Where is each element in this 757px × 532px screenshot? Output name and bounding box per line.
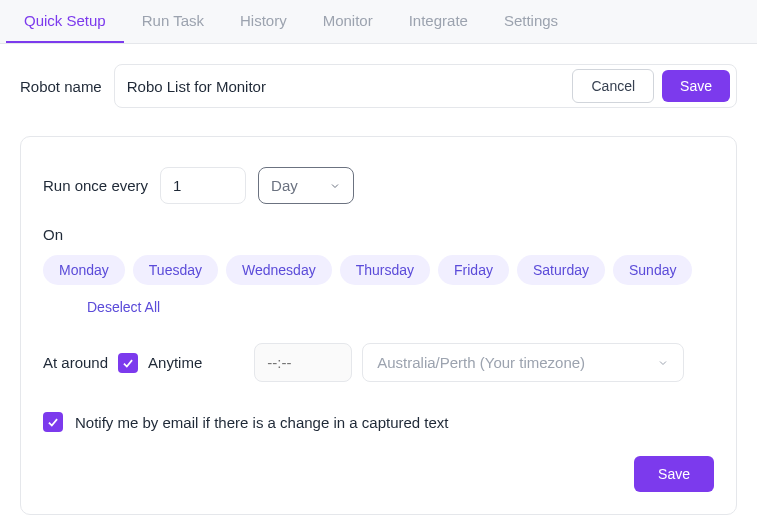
on-label: On (43, 226, 63, 243)
robot-name-input[interactable] (127, 70, 565, 103)
day-pill-sunday[interactable]: Sunday (613, 255, 692, 285)
robot-name-wrap: Cancel Save (114, 64, 737, 108)
notify-checkbox[interactable] (43, 412, 63, 432)
tab-integrate[interactable]: Integrate (391, 0, 486, 43)
anytime-label: Anytime (148, 354, 202, 371)
save-schedule-button[interactable]: Save (634, 456, 714, 492)
frequency-unit-value: Day (271, 177, 298, 194)
check-icon (121, 356, 135, 370)
timezone-select[interactable]: Australia/Perth (Your timezone) (362, 343, 684, 382)
time-input[interactable] (254, 343, 352, 382)
deselect-all-link[interactable]: Deselect All (87, 299, 160, 315)
day-pill-wednesday[interactable]: Wednesday (226, 255, 332, 285)
run-every-label: Run once every (43, 177, 148, 194)
timezone-value: Australia/Perth (Your timezone) (377, 354, 585, 371)
day-pill-tuesday[interactable]: Tuesday (133, 255, 218, 285)
tab-bar: Quick Setup Run Task History Monitor Int… (0, 0, 757, 44)
day-pill-saturday[interactable]: Saturday (517, 255, 605, 285)
frequency-unit-select[interactable]: Day (258, 167, 354, 204)
frequency-input[interactable] (160, 167, 246, 204)
chevron-down-icon (657, 357, 669, 369)
day-pill-thursday[interactable]: Thursday (340, 255, 430, 285)
save-name-button[interactable]: Save (662, 70, 730, 102)
anytime-checkbox[interactable] (118, 353, 138, 373)
tab-monitor[interactable]: Monitor (305, 0, 391, 43)
schedule-panel: Run once every Day On Monday Tuesday Wed… (20, 136, 737, 515)
check-icon (46, 415, 60, 429)
at-around-label: At around (43, 354, 108, 371)
robot-name-label: Robot name (20, 78, 102, 95)
day-pill-monday[interactable]: Monday (43, 255, 125, 285)
cancel-button[interactable]: Cancel (572, 69, 654, 103)
chevron-down-icon (329, 180, 341, 192)
tab-history[interactable]: History (222, 0, 305, 43)
tab-run-task[interactable]: Run Task (124, 0, 222, 43)
tab-quick-setup[interactable]: Quick Setup (6, 0, 124, 43)
notify-label: Notify me by email if there is a change … (75, 414, 449, 431)
tab-settings[interactable]: Settings (486, 0, 576, 43)
day-pill-friday[interactable]: Friday (438, 255, 509, 285)
